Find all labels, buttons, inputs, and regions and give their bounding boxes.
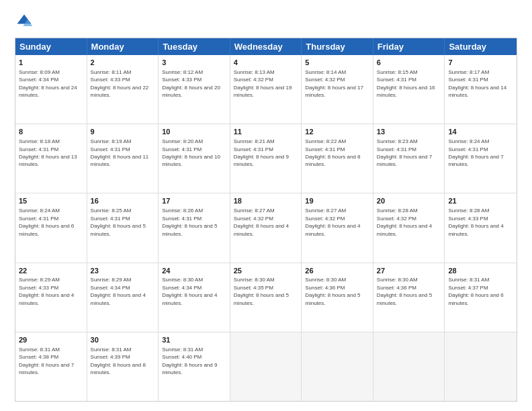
cal-header-day-friday: Friday bbox=[373, 38, 445, 55]
day-number: 16 bbox=[91, 196, 155, 206]
cell-info: Sunrise: 8:24 AM Sunset: 4:31 PM Dayligh… bbox=[448, 138, 503, 167]
day-number: 6 bbox=[377, 58, 441, 68]
logo bbox=[15, 12, 36, 31]
cal-row-0: 1Sunrise: 8:09 AM Sunset: 4:34 PM Daylig… bbox=[15, 55, 517, 124]
cal-cell-2: 2Sunrise: 8:11 AM Sunset: 4:33 PM Daylig… bbox=[87, 55, 159, 124]
logo-icon bbox=[15, 12, 34, 31]
day-number: 19 bbox=[305, 196, 369, 206]
cal-cell-4: 4Sunrise: 8:13 AM Sunset: 4:32 PM Daylig… bbox=[230, 55, 302, 124]
day-number: 26 bbox=[305, 266, 369, 276]
cell-info: Sunrise: 8:28 AM Sunset: 4:33 PM Dayligh… bbox=[448, 208, 503, 236]
cal-header-day-wednesday: Wednesday bbox=[230, 38, 302, 55]
day-number: 5 bbox=[305, 58, 369, 68]
cell-info: Sunrise: 8:25 AM Sunset: 4:31 PM Dayligh… bbox=[91, 208, 146, 236]
cal-cell-empty bbox=[373, 332, 445, 401]
cell-info: Sunrise: 8:18 AM Sunset: 4:31 PM Dayligh… bbox=[19, 138, 77, 167]
cal-header-day-thursday: Thursday bbox=[302, 38, 373, 55]
cal-cell-12: 12Sunrise: 8:22 AM Sunset: 4:31 PM Dayli… bbox=[302, 124, 373, 193]
header bbox=[15, 12, 517, 31]
cal-cell-7: 7Sunrise: 8:17 AM Sunset: 4:31 PM Daylig… bbox=[445, 55, 517, 124]
day-number: 14 bbox=[448, 127, 513, 137]
cell-info: Sunrise: 8:26 AM Sunset: 4:31 PM Dayligh… bbox=[162, 208, 217, 236]
cal-cell-31: 31Sunrise: 8:31 AM Sunset: 4:40 PM Dayli… bbox=[159, 332, 230, 401]
day-number: 8 bbox=[19, 127, 83, 137]
cell-info: Sunrise: 8:28 AM Sunset: 4:32 PM Dayligh… bbox=[377, 208, 432, 236]
cal-cell-21: 21Sunrise: 8:28 AM Sunset: 4:33 PM Dayli… bbox=[445, 193, 517, 262]
cell-info: Sunrise: 8:30 AM Sunset: 4:36 PM Dayligh… bbox=[377, 277, 432, 306]
cell-info: Sunrise: 8:31 AM Sunset: 4:37 PM Dayligh… bbox=[448, 277, 503, 306]
day-number: 2 bbox=[91, 58, 155, 68]
cell-info: Sunrise: 8:31 AM Sunset: 4:40 PM Dayligh… bbox=[162, 347, 217, 375]
cal-cell-empty bbox=[302, 332, 373, 401]
cell-info: Sunrise: 8:30 AM Sunset: 4:35 PM Dayligh… bbox=[234, 277, 289, 306]
cal-cell-27: 27Sunrise: 8:30 AM Sunset: 4:36 PM Dayli… bbox=[373, 263, 445, 332]
cal-cell-20: 20Sunrise: 8:28 AM Sunset: 4:32 PM Dayli… bbox=[373, 193, 445, 262]
cal-cell-empty bbox=[230, 332, 302, 401]
day-number: 4 bbox=[234, 58, 298, 68]
cal-header-day-monday: Monday bbox=[87, 38, 159, 55]
cal-cell-5: 5Sunrise: 8:14 AM Sunset: 4:32 PM Daylig… bbox=[302, 55, 373, 124]
cal-cell-6: 6Sunrise: 8:15 AM Sunset: 4:31 PM Daylig… bbox=[373, 55, 445, 124]
cell-info: Sunrise: 8:15 AM Sunset: 4:31 PM Dayligh… bbox=[377, 69, 435, 98]
cell-info: Sunrise: 8:20 AM Sunset: 4:31 PM Dayligh… bbox=[162, 138, 220, 167]
cell-info: Sunrise: 8:29 AM Sunset: 4:33 PM Dayligh… bbox=[19, 277, 74, 306]
cal-cell-16: 16Sunrise: 8:25 AM Sunset: 4:31 PM Dayli… bbox=[87, 193, 159, 262]
cal-cell-23: 23Sunrise: 8:29 AM Sunset: 4:34 PM Dayli… bbox=[87, 263, 159, 332]
cal-cell-26: 26Sunrise: 8:30 AM Sunset: 4:36 PM Dayli… bbox=[302, 263, 373, 332]
cal-row-3: 22Sunrise: 8:29 AM Sunset: 4:33 PM Dayli… bbox=[15, 263, 517, 332]
cell-info: Sunrise: 8:14 AM Sunset: 4:32 PM Dayligh… bbox=[305, 69, 363, 98]
calendar: SundayMondayTuesdayWednesdayThursdayFrid… bbox=[15, 38, 517, 402]
cal-cell-11: 11Sunrise: 8:21 AM Sunset: 4:31 PM Dayli… bbox=[230, 124, 302, 193]
day-number: 28 bbox=[448, 266, 513, 276]
cal-cell-28: 28Sunrise: 8:31 AM Sunset: 4:37 PM Dayli… bbox=[445, 263, 517, 332]
cal-cell-14: 14Sunrise: 8:24 AM Sunset: 4:31 PM Dayli… bbox=[445, 124, 517, 193]
cal-cell-25: 25Sunrise: 8:30 AM Sunset: 4:35 PM Dayli… bbox=[230, 263, 302, 332]
day-number: 21 bbox=[448, 196, 513, 206]
cal-cell-24: 24Sunrise: 8:30 AM Sunset: 4:34 PM Dayli… bbox=[159, 263, 230, 332]
cal-row-1: 8Sunrise: 8:18 AM Sunset: 4:31 PM Daylig… bbox=[15, 124, 517, 193]
day-number: 9 bbox=[91, 127, 155, 137]
cal-cell-18: 18Sunrise: 8:27 AM Sunset: 4:32 PM Dayli… bbox=[230, 193, 302, 262]
cell-info: Sunrise: 8:13 AM Sunset: 4:32 PM Dayligh… bbox=[234, 69, 292, 98]
day-number: 30 bbox=[91, 335, 155, 345]
cell-info: Sunrise: 8:29 AM Sunset: 4:34 PM Dayligh… bbox=[91, 277, 146, 306]
day-number: 15 bbox=[19, 196, 83, 206]
cal-cell-13: 13Sunrise: 8:23 AM Sunset: 4:31 PM Dayli… bbox=[373, 124, 445, 193]
cal-cell-9: 9Sunrise: 8:19 AM Sunset: 4:31 PM Daylig… bbox=[87, 124, 159, 193]
cal-cell-22: 22Sunrise: 8:29 AM Sunset: 4:33 PM Dayli… bbox=[15, 263, 87, 332]
day-number: 3 bbox=[162, 58, 226, 68]
cal-cell-17: 17Sunrise: 8:26 AM Sunset: 4:31 PM Dayli… bbox=[159, 193, 230, 262]
cal-row-4: 29Sunrise: 8:31 AM Sunset: 4:38 PM Dayli… bbox=[15, 332, 517, 401]
day-number: 12 bbox=[305, 127, 369, 137]
cal-cell-3: 3Sunrise: 8:12 AM Sunset: 4:33 PM Daylig… bbox=[159, 55, 230, 124]
day-number: 7 bbox=[448, 58, 513, 68]
day-number: 27 bbox=[377, 266, 441, 276]
day-number: 20 bbox=[377, 196, 441, 206]
cell-info: Sunrise: 8:27 AM Sunset: 4:32 PM Dayligh… bbox=[305, 208, 360, 236]
cal-header-day-tuesday: Tuesday bbox=[159, 38, 230, 55]
cal-row-2: 15Sunrise: 8:24 AM Sunset: 4:31 PM Dayli… bbox=[15, 193, 517, 263]
day-number: 22 bbox=[19, 266, 83, 276]
day-number: 18 bbox=[234, 196, 298, 206]
cell-info: Sunrise: 8:17 AM Sunset: 4:31 PM Dayligh… bbox=[448, 69, 506, 98]
cal-cell-1: 1Sunrise: 8:09 AM Sunset: 4:34 PM Daylig… bbox=[15, 55, 87, 124]
day-number: 31 bbox=[162, 335, 226, 345]
cell-info: Sunrise: 8:21 AM Sunset: 4:31 PM Dayligh… bbox=[234, 138, 289, 167]
page: SundayMondayTuesdayWednesdayThursdayFrid… bbox=[0, 0, 532, 411]
cal-cell-8: 8Sunrise: 8:18 AM Sunset: 4:31 PM Daylig… bbox=[15, 124, 87, 193]
day-number: 25 bbox=[234, 266, 298, 276]
cal-cell-29: 29Sunrise: 8:31 AM Sunset: 4:38 PM Dayli… bbox=[15, 332, 87, 401]
cell-info: Sunrise: 8:12 AM Sunset: 4:33 PM Dayligh… bbox=[162, 69, 220, 98]
day-number: 29 bbox=[19, 335, 83, 345]
calendar-header: SundayMondayTuesdayWednesdayThursdayFrid… bbox=[15, 38, 517, 55]
day-number: 1 bbox=[19, 58, 83, 68]
cell-info: Sunrise: 8:27 AM Sunset: 4:32 PM Dayligh… bbox=[234, 208, 289, 236]
cell-info: Sunrise: 8:30 AM Sunset: 4:36 PM Dayligh… bbox=[305, 277, 360, 306]
cell-info: Sunrise: 8:22 AM Sunset: 4:31 PM Dayligh… bbox=[305, 138, 360, 167]
cell-info: Sunrise: 8:24 AM Sunset: 4:31 PM Dayligh… bbox=[19, 208, 74, 236]
cal-header-day-saturday: Saturday bbox=[445, 38, 517, 55]
cell-info: Sunrise: 8:30 AM Sunset: 4:34 PM Dayligh… bbox=[162, 277, 217, 306]
day-number: 10 bbox=[162, 127, 226, 137]
day-number: 23 bbox=[91, 266, 155, 276]
cal-cell-19: 19Sunrise: 8:27 AM Sunset: 4:32 PM Dayli… bbox=[302, 193, 373, 262]
